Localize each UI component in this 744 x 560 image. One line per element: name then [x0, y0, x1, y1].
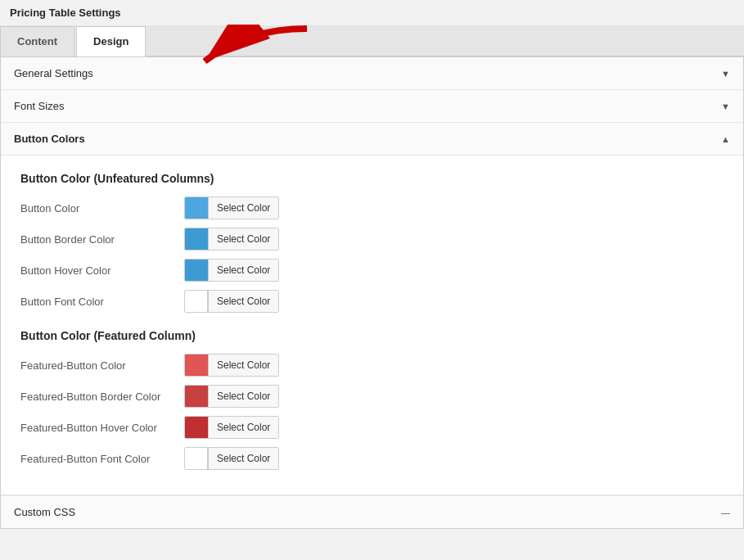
- button-hover-color-label: Button Hover Color: [20, 264, 184, 277]
- button-color-swatch: [185, 197, 208, 219]
- general-settings-header[interactable]: General Settings ▼: [1, 57, 743, 90]
- tab-design[interactable]: Design: [76, 26, 146, 56]
- featured-button-hover-color-btn-label: Select Color: [208, 417, 278, 438]
- button-font-color-picker[interactable]: Select Color: [184, 290, 279, 313]
- table-row: Featured-Button Font Color Select Color: [20, 447, 724, 470]
- featured-group: Button Color (Featured Column) Featured-…: [20, 329, 724, 470]
- table-row: Button Border Color Select Color: [20, 228, 724, 251]
- featured-button-hover-color-picker[interactable]: Select Color: [184, 416, 279, 439]
- button-font-color-btn-label: Select Color: [208, 291, 278, 312]
- featured-button-hover-color-label: Featured-Button Hover Color: [20, 422, 184, 434]
- table-row: Featured-Button Hover Color Select Color: [20, 416, 724, 439]
- featured-button-font-color-label: Featured-Button Font Color: [20, 453, 184, 465]
- button-colors-toggle: ▲: [721, 134, 730, 144]
- tabs-bar: Content Design: [0, 25, 744, 56]
- featured-title: Button Color (Featured Column): [20, 329, 724, 342]
- unfeatured-title: Button Color (Unfeatured Columns): [20, 172, 724, 185]
- tab-content[interactable]: Content: [0, 26, 74, 56]
- table-row: Button Font Color Select Color: [20, 290, 724, 313]
- button-border-color-picker[interactable]: Select Color: [184, 228, 279, 251]
- table-row: Button Color Select Color: [20, 196, 724, 219]
- button-color-label: Button Color: [20, 202, 184, 215]
- featured-button-font-color-picker[interactable]: Select Color: [184, 447, 279, 470]
- button-border-color-btn-label: Select Color: [208, 228, 278, 250]
- custom-css-header[interactable]: Custom CSS —: [1, 495, 743, 528]
- button-color-btn-label: Select Color: [208, 197, 278, 219]
- featured-button-border-color-swatch: [185, 386, 208, 407]
- button-color-picker[interactable]: Select Color: [184, 196, 279, 219]
- font-sizes-title: Font Sizes: [14, 100, 64, 112]
- button-hover-color-picker[interactable]: Select Color: [184, 259, 279, 282]
- featured-button-border-color-picker[interactable]: Select Color: [184, 385, 279, 408]
- button-colors-content: Button Color (Unfeatured Columns) Button…: [1, 156, 743, 495]
- featured-button-font-color-swatch: [185, 448, 208, 469]
- featured-button-font-color-btn-label: Select Color: [208, 448, 278, 469]
- featured-button-hover-color-swatch: [185, 417, 208, 438]
- button-colors-title: Button Colors: [14, 133, 85, 145]
- table-row: Button Hover Color Select Color: [20, 259, 724, 282]
- featured-button-color-picker[interactable]: Select Color: [184, 354, 279, 377]
- featured-button-color-btn-label: Select Color: [208, 355, 278, 376]
- font-sizes-header[interactable]: Font Sizes ▼: [1, 90, 743, 123]
- button-border-color-swatch: [185, 228, 208, 250]
- page-title: Pricing Table Settings: [0, 0, 744, 25]
- custom-css-title: Custom CSS: [14, 506, 75, 518]
- unfeatured-group: Button Color (Unfeatured Columns) Button…: [20, 172, 724, 313]
- featured-button-border-color-btn-label: Select Color: [208, 386, 278, 407]
- font-sizes-toggle: ▼: [721, 102, 730, 111]
- button-font-color-swatch: [185, 291, 208, 312]
- table-row: Featured-Button Color Select Color: [20, 354, 724, 377]
- table-row: Featured-Button Border Color Select Colo…: [20, 385, 724, 408]
- general-settings-title: General Settings: [14, 67, 93, 79]
- featured-button-color-swatch: [185, 355, 208, 376]
- button-hover-color-swatch: [185, 260, 208, 281]
- button-font-color-label: Button Font Color: [20, 296, 184, 308]
- custom-css-toggle: —: [721, 508, 730, 517]
- button-border-color-label: Button Border Color: [20, 233, 184, 246]
- button-colors-header[interactable]: Button Colors ▲: [1, 123, 743, 156]
- main-content: General Settings ▼ Font Sizes ▼ Button C…: [0, 56, 744, 529]
- featured-button-border-color-label: Featured-Button Border Color: [20, 391, 184, 403]
- button-hover-color-btn-label: Select Color: [208, 260, 278, 281]
- general-settings-toggle: ▼: [721, 69, 730, 79]
- featured-button-color-label: Featured-Button Color: [20, 359, 184, 372]
